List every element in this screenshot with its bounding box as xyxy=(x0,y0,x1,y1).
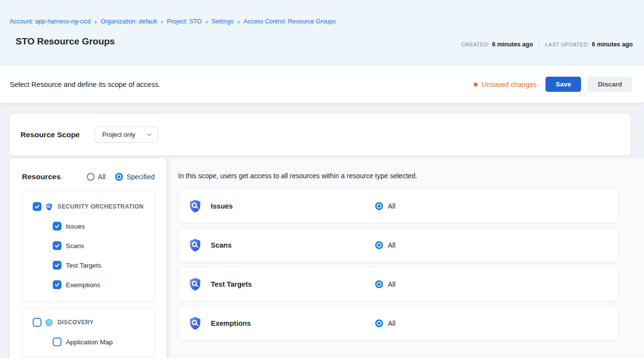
toolbar-actions: Unsaved changes Save Discard xyxy=(474,77,632,92)
sto-shield-icon xyxy=(188,316,202,331)
resource-group-discovery: DISCOVERY Application Map xyxy=(22,307,155,357)
radio-all-icon[interactable] xyxy=(87,173,95,181)
security-orchestration-checkbox[interactable] xyxy=(33,202,41,211)
scope-description: In this scope, users get access to all r… xyxy=(170,158,644,180)
resource-item-application-map: Application Map xyxy=(53,332,151,352)
last-updated-value: 6 minutes ago xyxy=(592,41,633,48)
access-radio-all[interactable]: All xyxy=(375,319,396,327)
action-toolbar: Select Resource and define its scope of … xyxy=(0,65,644,103)
sto-shield-icon xyxy=(45,203,53,211)
group-row: DISCOVERY xyxy=(33,313,151,332)
access-radio-label: All xyxy=(388,241,396,249)
resource-item-label: Scans xyxy=(66,242,84,250)
radio-option-all[interactable]: All xyxy=(87,173,106,181)
access-card-title: Exemptions xyxy=(211,319,251,327)
radio-selected-icon[interactable] xyxy=(375,319,383,327)
access-card-title: Issues xyxy=(211,202,233,210)
group-label: SECURITY ORCHESTRATION xyxy=(58,203,143,210)
group-label: DISCOVERY xyxy=(58,319,94,326)
resource-scope-dropdown[interactable]: Project only xyxy=(95,126,158,143)
access-radio-all[interactable]: All xyxy=(375,202,396,210)
breadcrumb-link-organization[interactable]: Organization: default xyxy=(101,18,157,25)
resource-item-label: Test Targets xyxy=(66,262,101,269)
radio-specified-icon[interactable] xyxy=(115,173,123,181)
access-card-test-targets: Test Targets All xyxy=(178,267,618,301)
resource-item-label: Issues xyxy=(66,223,85,230)
access-card-title: Test Targets xyxy=(211,280,252,288)
resource-scope-selected-value: Project only xyxy=(102,131,135,138)
resource-item-scans: Scans xyxy=(53,236,151,255)
access-radio-label: All xyxy=(388,280,396,288)
toolbar-description: Select Resource and define its scope of … xyxy=(10,81,161,88)
breadcrumb-separator-icon: › xyxy=(161,19,163,25)
radio-all-label: All xyxy=(98,173,106,181)
test-targets-checkbox[interactable] xyxy=(53,261,61,270)
radio-specified-label: Specified xyxy=(126,173,155,181)
breadcrumb-link-project[interactable]: Project: STO xyxy=(167,18,201,25)
page-title: STO Resource Groups xyxy=(16,36,115,47)
breadcrumb-separator-icon: › xyxy=(95,19,97,25)
breadcrumb-separator-icon: › xyxy=(238,19,240,25)
resource-item-label: Exemptions xyxy=(66,281,101,289)
resource-item-exemptions: Exemptions xyxy=(53,275,151,295)
access-card-exemptions: Exemptions All xyxy=(178,306,618,340)
created-updated-meta: CREATED: 6 minutes ago LAST UPDATED: 6 m… xyxy=(462,41,633,48)
resource-item-label: Application Map xyxy=(66,338,113,346)
resource-item-test-targets: Test Targets xyxy=(53,255,151,275)
save-button[interactable]: Save xyxy=(545,77,582,92)
discovery-icon xyxy=(45,318,53,327)
resource-item-issues: Issues xyxy=(53,216,151,236)
sto-shield-icon xyxy=(188,238,202,253)
scans-checkbox[interactable] xyxy=(53,241,61,250)
breadcrumb-separator-icon: › xyxy=(205,19,207,25)
issues-checkbox[interactable] xyxy=(53,222,61,231)
discard-button[interactable]: Discard xyxy=(587,77,632,92)
meta-divider xyxy=(539,41,540,48)
resource-group-security-orchestration: SECURITY ORCHESTRATION Issues Scans Test… xyxy=(22,190,155,301)
breadcrumb: Account: app-harness-ng-cicd › Organizat… xyxy=(10,18,336,25)
unsaved-changes-dot-icon xyxy=(474,83,478,86)
sto-shield-icon xyxy=(188,199,202,213)
resource-access-cards: Issues All Scans All Test Targets xyxy=(178,189,618,340)
breadcrumb-link-settings[interactable]: Settings xyxy=(212,18,234,25)
unsaved-changes-text: Unsaved changes xyxy=(482,81,537,88)
radio-selected-icon[interactable] xyxy=(375,280,383,288)
breadcrumb-link-account[interactable]: Account: app-harness-ng-cicd xyxy=(10,18,91,25)
radio-option-specified[interactable]: Specified xyxy=(115,173,155,181)
radio-selected-icon[interactable] xyxy=(375,202,383,210)
resources-title: Resources xyxy=(22,172,60,181)
access-radio-label: All xyxy=(388,319,396,327)
access-card-scans: Scans All xyxy=(178,228,618,262)
radio-selected-icon[interactable] xyxy=(375,241,383,249)
access-card-title: Scans xyxy=(211,241,232,249)
resource-access-area: In this scope, users get access to all r… xyxy=(170,158,644,358)
access-card-issues: Issues All xyxy=(178,189,618,223)
exemptions-checkbox[interactable] xyxy=(53,280,61,289)
resources-panel: Resources All Specified SECURITY ORCHEST… xyxy=(10,158,166,358)
discovery-checkbox[interactable] xyxy=(33,318,41,327)
access-radio-all[interactable]: All xyxy=(375,241,396,249)
sto-shield-icon xyxy=(188,277,202,292)
access-radio-label: All xyxy=(388,202,396,210)
application-map-checkbox[interactable] xyxy=(53,337,61,346)
chevron-down-icon xyxy=(146,132,152,138)
group-row: SECURITY ORCHESTRATION xyxy=(33,197,151,216)
created-value: 6 minutes ago xyxy=(492,41,533,48)
page-header: Account: app-harness-ng-cicd › Organizat… xyxy=(0,0,644,65)
created-label: CREATED: xyxy=(462,42,490,47)
breadcrumb-link-access-control[interactable]: Access Control: Resource Groups xyxy=(243,18,336,25)
resource-scope-label: Resource Scope xyxy=(20,130,80,139)
resource-scope-card: Resource Scope Project only xyxy=(10,114,631,155)
access-radio-all[interactable]: All xyxy=(375,280,396,288)
last-updated-label: LAST UPDATED: xyxy=(545,42,589,47)
resources-panel-header: Resources All Specified xyxy=(10,158,166,181)
resources-mode-radio-group: All Specified xyxy=(87,173,155,181)
